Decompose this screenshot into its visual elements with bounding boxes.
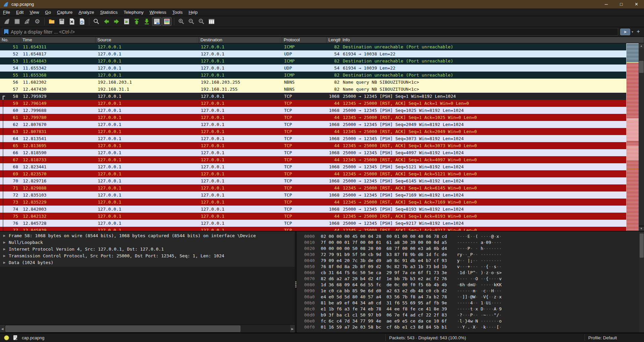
display-filter-field[interactable] <box>2 28 618 36</box>
detail-line[interactable]: ▶Null/Loopback <box>0 239 295 246</box>
packet-row-77[interactable]: 7712.845839127.0.0.1127.0.0.1TCP4412345 … <box>0 227 626 231</box>
menu-tools[interactable]: Tools <box>169 9 185 16</box>
hex-row-0080[interactable]: 00801d 36 68 09 64 6d 55 fc de 0c 00 f0 … <box>304 282 644 288</box>
hex-row-00f0[interactable]: 00f001 16 59 a7 2e 03 58 bc cf 6b e1 c3 … <box>304 324 644 330</box>
packet-row-62[interactable]: 6212.807670127.0.0.1127.0.0.1TCP10682500… <box>0 121 626 128</box>
first-packet-icon[interactable] <box>132 17 141 26</box>
hex-row-0020[interactable]: 002000 00 00 00 50 08 20 00 68 7f 00 00 … <box>304 246 644 252</box>
scroll-down-arrow[interactable]: ▼ <box>639 226 644 231</box>
previous-packet-icon[interactable] <box>102 17 111 26</box>
hex-row-0070[interactable]: 007082 d6 a2 a7 20 b4 d2 4f 1e bb 7b b3 … <box>304 276 644 282</box>
menu-wireless[interactable]: Wireless <box>147 9 170 16</box>
packet-row-73[interactable]: 7312.835229127.0.0.1127.0.0.1TCP4412345 … <box>0 199 626 206</box>
detail-line[interactable]: ▶Transmission Control Protocol, Src Port… <box>0 253 295 259</box>
packet-row-63[interactable]: 6312.807831127.0.0.1127.0.0.1TCP4412345 … <box>0 128 626 135</box>
close-button[interactable]: ✕ <box>629 0 644 8</box>
column-header-destination[interactable]: Destination <box>199 37 282 43</box>
reload-file-icon[interactable] <box>77 17 87 26</box>
column-header-length[interactable]: Length <box>327 37 341 43</box>
packet-row-68[interactable]: 6812.823441127.0.0.1127.0.0.1TCP10682500… <box>0 163 626 170</box>
menu-statistics[interactable]: Statistics <box>97 9 121 16</box>
add-filter-button[interactable]: + <box>635 28 642 36</box>
capture-options-icon[interactable]: ⚙ <box>33 17 42 26</box>
scroll-left-arrow[interactable]: ◀ <box>0 325 5 333</box>
hex-vertical-scrollbar[interactable] <box>639 231 644 333</box>
packet-row-52[interactable]: 5211.654817127.0.0.1127.0.0.1UDP5461934 … <box>0 50 626 57</box>
resize-columns-icon[interactable] <box>207 17 216 26</box>
maximize-button[interactable]: □ <box>614 0 629 8</box>
start-capture-icon[interactable] <box>2 17 12 26</box>
details-horizontal-scrollbar[interactable]: ◀ ▶ <box>0 325 295 333</box>
next-packet-icon[interactable] <box>112 17 121 26</box>
hex-row-0050[interactable]: 005076 8f 0d 8a 2b 8f 09 d2 9c 82 7b a3 … <box>304 264 644 270</box>
menu-edit[interactable]: Edit <box>13 9 27 16</box>
packet-row-65[interactable]: 6512.813695127.0.0.1127.0.0.1TCP4412345 … <box>0 142 626 149</box>
menu-go[interactable]: Go <box>42 9 54 16</box>
packet-row-71[interactable]: 7112.829888127.0.0.1127.0.0.1TCP4412345 … <box>0 184 626 191</box>
close-file-icon[interactable] <box>67 17 77 26</box>
restart-capture-icon[interactable] <box>22 17 32 26</box>
packet-row-60[interactable]: 6012.799688127.0.0.1127.0.0.1TCP10682500… <box>0 107 626 114</box>
hex-row-0010[interactable]: 00107f 00 00 01 7f 00 00 01 61 a8 30 39 … <box>304 240 644 246</box>
packet-row-58[interactable]: 5812.795929127.0.0.1127.0.0.1TCP10682500… <box>0 93 626 100</box>
hex-row-0060[interactable]: 0060cb 31 64 f5 6c 50 5e ca 29 9f 7a ce … <box>304 270 644 276</box>
menu-analyze[interactable]: Analyze <box>76 9 97 16</box>
filter-dropdown-caret[interactable]: ▾ <box>630 30 635 34</box>
minimize-button[interactable]: ─ <box>599 0 614 8</box>
menu-view[interactable]: View <box>27 9 42 16</box>
packet-row-56[interactable]: 5611.682302192.168.203.1192.168.203.255N… <box>0 79 626 86</box>
hex-row-0030[interactable]: 003072 79 91 b9 5f 50 cb 9d b3 87 f8 9b … <box>304 252 644 258</box>
packet-row-76[interactable]: 7612.845728127.0.0.1127.0.0.1TCP10682500… <box>0 220 626 227</box>
packet-row-57[interactable]: 5712.447430192.168.31.1192.168.31.255NBN… <box>0 86 626 93</box>
packet-row-64[interactable]: 6412.813541127.0.0.1127.0.0.1TCP10682500… <box>0 135 626 142</box>
hex-row-0000[interactable]: 000002 00 00 00 45 00 04 28 00 01 00 00 … <box>304 233 644 240</box>
hex-row-00e0[interactable]: 00e0fc 6c c4 7d 34 77 99 4e ae e9 e5 ce … <box>304 318 644 324</box>
expand-arrow-icon[interactable]: ▶ <box>0 239 9 246</box>
scroll-up-arrow[interactable]: ▲ <box>639 43 644 48</box>
scroll-right-arrow[interactable]: ▶ <box>290 325 295 333</box>
menu-telephony[interactable]: Telephony <box>121 9 146 16</box>
hex-row-00b0[interactable]: 00b081 be a9 ef 04 34 a0 cd 31 f6 55 69 … <box>304 300 644 306</box>
detail-line[interactable]: ▶Data (1024 bytes) <box>0 259 295 266</box>
display-filter-input[interactable] <box>11 29 618 35</box>
column-header-no[interactable]: No. <box>0 37 21 43</box>
scroll-thumb[interactable] <box>639 61 644 73</box>
hex-row-0040[interactable]: 004079 09 e4 20 7c 3b de d9 a0 8c 91 db … <box>304 258 644 264</box>
expand-arrow-icon[interactable]: ▶ <box>0 246 9 253</box>
packet-row-66[interactable]: 6612.818590127.0.0.1127.0.0.1TCP10682500… <box>0 149 626 156</box>
column-header-time[interactable]: Time <box>21 37 96 43</box>
detail-line[interactable]: ▶Frame 58: 1068 bytes on wire (8544 bits… <box>0 232 295 239</box>
expert-info-icon[interactable] <box>4 335 9 340</box>
packet-row-74[interactable]: 7412.842003127.0.0.1127.0.0.1TCP10682500… <box>0 206 626 213</box>
packet-row-72[interactable]: 7212.835103127.0.0.1127.0.0.1TCP10682500… <box>0 191 626 199</box>
menu-capture[interactable]: Capture <box>54 9 76 16</box>
packet-minimap-scrollbar[interactable] <box>626 43 639 231</box>
zoom-out-icon[interactable] <box>187 17 196 26</box>
zoom-reset-icon[interactable] <box>197 17 206 26</box>
packet-row-61[interactable]: 6112.799780127.0.0.1127.0.0.1TCP4412345 … <box>0 114 626 121</box>
menu-help[interactable]: Help <box>186 9 201 16</box>
capture-comment-icon[interactable] <box>13 335 18 340</box>
auto-scroll-icon[interactable] <box>152 17 162 26</box>
hex-row-00a0[interactable]: 00a0e4 e0 5d 5d 80 40 57 a4 03 56 7b f8 … <box>304 294 644 300</box>
colorize-icon[interactable] <box>162 17 172 26</box>
save-file-icon[interactable] <box>57 17 66 26</box>
packet-row-55[interactable]: 5511.655368127.0.0.1127.0.0.1ICMP82Desti… <box>0 72 626 79</box>
detail-line[interactable]: ▶Internet Protocol Version 4, Src: 127.0… <box>0 246 295 253</box>
hex-row-0090[interactable]: 00901e c0 ca bb 85 9e 6d d0 a2 63 e2 db … <box>304 288 644 294</box>
last-packet-icon[interactable] <box>142 17 151 26</box>
open-file-icon[interactable] <box>47 17 56 26</box>
packet-row-51[interactable]: 5111.654311127.0.0.1127.0.0.1ICMP82Desti… <box>0 43 626 50</box>
packet-row-53[interactable]: 5311.654843127.0.0.1127.0.0.1ICMP82Desti… <box>0 57 626 65</box>
expand-arrow-icon[interactable]: ▶ <box>0 253 9 259</box>
column-header-source[interactable]: Source <box>96 37 199 43</box>
packet-row-69[interactable]: 6912.823570127.0.0.1127.0.0.1TCP4412345 … <box>0 170 626 177</box>
packet-row-54[interactable]: 5411.655342127.0.0.1127.0.0.1UDP5461934 … <box>0 65 626 72</box>
column-header-info[interactable]: Info <box>341 37 644 43</box>
zoom-in-icon[interactable] <box>177 17 186 26</box>
expand-arrow-icon[interactable]: ▶ <box>0 259 9 266</box>
menu-file[interactable]: File <box>0 9 13 16</box>
packet-row-59[interactable]: 5912.796149127.0.0.1127.0.0.1TCP4412345 … <box>0 100 626 107</box>
hex-row-00c0[interactable]: 00c0e1 1b f6 a3 fe 74 eb 78 44 ee f8 fe … <box>304 306 644 312</box>
apply-filter-button[interactable]: ➤ <box>620 29 630 35</box>
